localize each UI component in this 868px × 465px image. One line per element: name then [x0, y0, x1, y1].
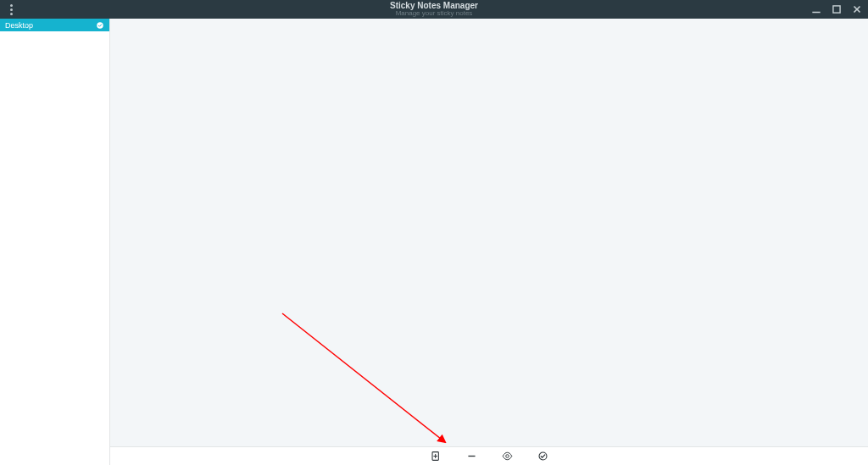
remove-button[interactable] [465, 450, 478, 463]
titlebar-title-block: Sticky Notes Manager Manage your sticky … [0, 1, 868, 18]
annotation-arrow [110, 19, 868, 446]
sidebar: Desktop [0, 19, 110, 465]
minimize-button[interactable] [810, 3, 822, 15]
visibility-toggle-button[interactable] [500, 450, 514, 463]
window-title: Sticky Notes Manager [0, 1, 868, 10]
app-menu-button[interactable] [7, 3, 16, 17]
titlebar-left [7, 0, 16, 19]
all-visible-toggle-button[interactable] [536, 450, 549, 463]
check-circle-icon [96, 21, 104, 30]
app-body: Desktop [0, 19, 868, 465]
sidebar-item-desktop[interactable]: Desktop [0, 19, 109, 31]
bottom-toolbar [110, 446, 868, 465]
maximize-button[interactable] [831, 3, 843, 15]
svg-line-5 [282, 313, 445, 442]
sidebar-item-label: Desktop [5, 21, 33, 30]
window-subtitle: Manage your sticky notes [0, 10, 868, 18]
new-note-button[interactable] [429, 450, 442, 463]
close-button[interactable] [851, 3, 863, 15]
main-area [110, 19, 868, 465]
notes-canvas[interactable] [110, 19, 868, 446]
svg-point-10 [505, 455, 509, 458]
window-controls [810, 0, 863, 19]
svg-point-11 [539, 452, 547, 460]
titlebar: Sticky Notes Manager Manage your sticky … [0, 0, 868, 19]
svg-rect-1 [833, 6, 840, 13]
